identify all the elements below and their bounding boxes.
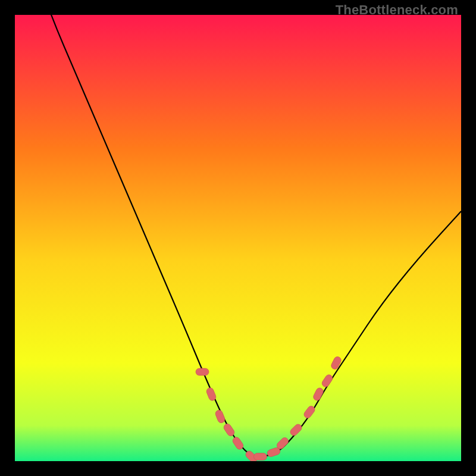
highlight-dot xyxy=(254,453,267,461)
svg-rect-12 xyxy=(321,374,334,389)
plot-area xyxy=(15,15,461,461)
svg-rect-0 xyxy=(196,368,209,375)
chart-svg xyxy=(15,15,461,461)
highlight-dot xyxy=(321,374,334,389)
bottleneck-curve xyxy=(15,15,461,457)
highlight-dot xyxy=(196,368,209,375)
svg-rect-13 xyxy=(330,355,343,370)
svg-rect-9 xyxy=(289,422,303,437)
svg-rect-2 xyxy=(214,409,226,424)
outer-frame: TheBottleneck.com xyxy=(0,0,476,476)
highlight-dot xyxy=(330,355,343,370)
highlight-dot xyxy=(214,409,226,424)
svg-rect-6 xyxy=(254,453,267,461)
watermark-text: TheBottleneck.com xyxy=(336,2,458,18)
highlight-dot xyxy=(289,422,303,437)
